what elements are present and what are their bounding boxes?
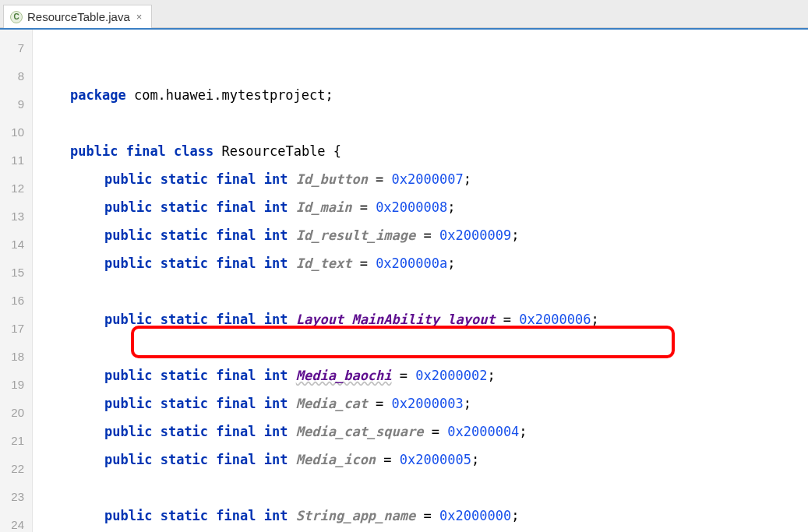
line-number: 21 [5,427,24,455]
field-name: Media_cat_square [296,424,424,439]
code-editor[interactable]: 789101112131415161718192021222324 packag… [0,28,808,532]
line-number: 22 [5,455,24,483]
line-number: 17 [5,315,24,343]
code-line [33,333,808,361]
tab-bar: C ResourceTable.java × [0,0,808,28]
code-line: public static final int Layout_MainAbili… [33,305,808,333]
field-name: Media_baochi [296,368,392,383]
line-number: 8 [5,62,24,90]
line-number: 16 [5,287,24,315]
code-line: package com.huawei.mytestproject; [33,81,808,109]
field-name: Id_main [296,199,352,215]
code-line: public static final int Id_text = 0x2000… [33,249,808,277]
tab-filename: ResourceTable.java [27,10,130,23]
line-number: 24 [5,511,24,532]
field-name: String_app_name [296,508,416,523]
code-line: public static final int Id_button = 0x20… [33,165,808,193]
field-name: Layout_MainAbility_layout [296,312,496,327]
code-line [33,474,808,502]
code-line [33,109,808,137]
line-number: 18 [5,343,24,371]
line-number: 23 [5,483,24,511]
line-number: 14 [5,231,24,259]
line-number: 20 [5,399,24,427]
code-line: public static final int Media_baochi = 0… [33,361,808,389]
field-name: Id_button [296,171,368,187]
line-number-gutter: 789101112131415161718192021222324 [0,30,33,532]
line-number: 15 [5,259,24,287]
field-name: Id_text [296,255,352,271]
tab-resourcetable[interactable]: C ResourceTable.java × [3,5,152,28]
line-number: 11 [5,146,24,174]
field-name: Id_result_image [296,227,416,243]
code-line: public final class ResourceTable { [33,137,808,165]
code-line: public static final int Id_result_image … [33,221,808,249]
java-class-icon: C [10,11,23,23]
close-icon[interactable]: × [135,11,144,23]
code-line: public static final int String_app_name … [33,502,808,530]
line-number: 12 [5,174,24,203]
field-name: Media_cat [296,396,368,411]
line-number: 13 [5,203,24,231]
code-line: public static final int Media_cat_square… [33,417,808,446]
code-area[interactable]: package com.huawei.mytestproject;public … [33,30,808,532]
line-number: 19 [5,371,24,399]
code-line: public static final int Media_icon = 0x2… [33,446,808,474]
field-name: Media_icon [296,452,376,467]
code-line: public static final int Id_main = 0x2000… [33,193,808,221]
code-line [33,277,808,305]
line-number: 7 [5,34,24,62]
line-number: 9 [5,90,24,118]
code-line: public static final int Media_cat = 0x20… [33,389,808,417]
line-number: 10 [5,118,24,146]
